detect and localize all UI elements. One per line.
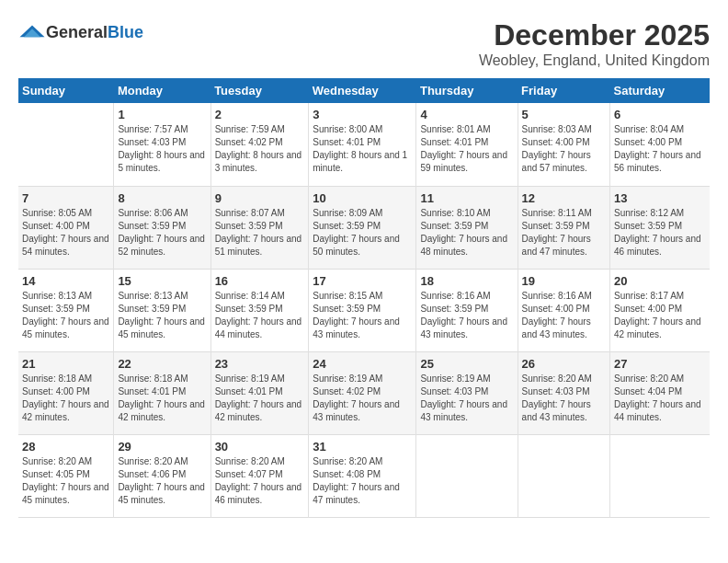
day-number: 29: [118, 440, 206, 454]
day-info: Sunrise: 8:16 AMSunset: 3:59 PMDaylight:…: [420, 290, 513, 341]
logo-text-general: General: [46, 23, 108, 42]
calendar-cell: 26Sunrise: 8:20 AMSunset: 4:03 PMDayligh…: [518, 351, 609, 434]
calendar-cell: 15Sunrise: 8:13 AMSunset: 3:59 PMDayligh…: [114, 269, 210, 351]
week-row-4: 21Sunrise: 8:18 AMSunset: 4:00 PMDayligh…: [18, 351, 710, 434]
calendar-cell: 24Sunrise: 8:19 AMSunset: 4:02 PMDayligh…: [309, 351, 416, 434]
column-header-saturday: Saturday: [610, 78, 710, 103]
day-number: 27: [614, 357, 706, 371]
calendar-cell: [416, 434, 518, 517]
calendar-cell: 27Sunrise: 8:20 AMSunset: 4:04 PMDayligh…: [610, 351, 710, 434]
calendar-cell: 21Sunrise: 8:18 AMSunset: 4:00 PMDayligh…: [18, 351, 114, 434]
calendar-cell: 10Sunrise: 8:09 AMSunset: 3:59 PMDayligh…: [309, 186, 416, 269]
calendar-cell: 16Sunrise: 8:14 AMSunset: 3:59 PMDayligh…: [210, 269, 309, 351]
week-row-3: 14Sunrise: 8:13 AMSunset: 3:59 PMDayligh…: [18, 269, 710, 351]
column-header-wednesday: Wednesday: [309, 78, 416, 103]
day-info: Sunrise: 8:18 AMSunset: 4:00 PMDaylight:…: [22, 373, 109, 424]
day-info: Sunrise: 8:05 AMSunset: 4:00 PMDaylight:…: [22, 207, 109, 259]
day-info: Sunrise: 8:09 AMSunset: 3:59 PMDaylight:…: [313, 207, 412, 259]
day-number: 18: [420, 274, 513, 288]
day-info: Sunrise: 8:20 AMSunset: 4:06 PMDaylight:…: [118, 455, 206, 507]
day-info: Sunrise: 8:04 AMSunset: 4:00 PMDaylight:…: [614, 123, 706, 175]
day-number: 26: [522, 357, 606, 371]
week-row-1: 1Sunrise: 7:57 AMSunset: 4:03 PMDaylight…: [18, 103, 710, 186]
day-number: 15: [118, 274, 206, 288]
day-info: Sunrise: 8:20 AMSunset: 4:07 PMDaylight:…: [215, 455, 305, 507]
day-number: 23: [215, 357, 305, 371]
calendar-cell: 7Sunrise: 8:05 AMSunset: 4:00 PMDaylight…: [18, 186, 114, 269]
day-info: Sunrise: 8:20 AMSunset: 4:08 PMDaylight:…: [313, 455, 412, 507]
calendar-cell: 30Sunrise: 8:20 AMSunset: 4:07 PMDayligh…: [210, 434, 309, 517]
calendar-cell: 11Sunrise: 8:10 AMSunset: 3:59 PMDayligh…: [416, 186, 518, 269]
day-info: Sunrise: 8:00 AMSunset: 4:01 PMDaylight:…: [313, 123, 412, 175]
calendar-cell: 25Sunrise: 8:19 AMSunset: 4:03 PMDayligh…: [416, 351, 518, 434]
calendar-cell: [518, 434, 609, 517]
day-info: Sunrise: 8:13 AMSunset: 3:59 PMDaylight:…: [118, 290, 206, 341]
day-number: 2: [215, 108, 305, 121]
day-number: 11: [420, 191, 513, 205]
calendar-cell: 9Sunrise: 8:07 AMSunset: 3:59 PMDaylight…: [210, 186, 309, 269]
day-info: Sunrise: 8:03 AMSunset: 4:00 PMDaylight:…: [522, 123, 606, 175]
day-number: 5: [522, 108, 606, 121]
day-info: Sunrise: 8:12 AMSunset: 3:59 PMDaylight:…: [614, 207, 706, 259]
calendar-cell: 12Sunrise: 8:11 AMSunset: 3:59 PMDayligh…: [518, 186, 609, 269]
calendar-cell: 20Sunrise: 8:17 AMSunset: 4:00 PMDayligh…: [610, 269, 710, 351]
calendar-cell: 8Sunrise: 8:06 AMSunset: 3:59 PMDaylight…: [114, 186, 210, 269]
column-header-sunday: Sunday: [18, 78, 114, 103]
day-number: 10: [313, 191, 412, 205]
day-number: 17: [313, 274, 412, 288]
logo-text-blue: Blue: [108, 23, 143, 42]
day-info: Sunrise: 8:19 AMSunset: 4:02 PMDaylight:…: [313, 373, 412, 424]
calendar-cell: 29Sunrise: 8:20 AMSunset: 4:06 PMDayligh…: [114, 434, 210, 517]
day-number: 12: [522, 191, 606, 205]
calendar-cell: 1Sunrise: 7:57 AMSunset: 4:03 PMDaylight…: [114, 103, 210, 186]
day-info: Sunrise: 8:20 AMSunset: 4:05 PMDaylight:…: [22, 455, 109, 507]
header-row: SundayMondayTuesdayWednesdayThursdayFrid…: [18, 78, 710, 103]
day-number: 3: [313, 108, 412, 121]
logo: GeneralBlue: [18, 18, 143, 46]
day-info: Sunrise: 7:57 AMSunset: 4:03 PMDaylight:…: [118, 123, 206, 175]
calendar-table: SundayMondayTuesdayWednesdayThursdayFrid…: [18, 78, 710, 518]
calendar-cell: 31Sunrise: 8:20 AMSunset: 4:08 PMDayligh…: [309, 434, 416, 517]
column-header-monday: Monday: [114, 78, 210, 103]
day-number: 19: [522, 274, 606, 288]
calendar-cell: 17Sunrise: 8:15 AMSunset: 3:59 PMDayligh…: [309, 269, 416, 351]
day-number: 16: [215, 274, 305, 288]
week-row-5: 28Sunrise: 8:20 AMSunset: 4:05 PMDayligh…: [18, 434, 710, 517]
day-number: 25: [420, 357, 513, 371]
day-number: 20: [614, 274, 706, 288]
calendar-cell: 19Sunrise: 8:16 AMSunset: 4:00 PMDayligh…: [518, 269, 609, 351]
calendar-cell: 28Sunrise: 8:20 AMSunset: 4:05 PMDayligh…: [18, 434, 114, 517]
day-number: 14: [22, 274, 109, 288]
day-info: Sunrise: 8:13 AMSunset: 3:59 PMDaylight:…: [22, 290, 109, 341]
logo-icon: [18, 18, 46, 46]
calendar-cell: 5Sunrise: 8:03 AMSunset: 4:00 PMDaylight…: [518, 103, 609, 186]
title-area: December 2025 Weobley, England, United K…: [479, 18, 710, 69]
day-number: 13: [614, 191, 706, 205]
calendar-cell: 6Sunrise: 8:04 AMSunset: 4:00 PMDaylight…: [610, 103, 710, 186]
day-number: 28: [22, 440, 109, 454]
day-number: 21: [22, 357, 109, 371]
calendar-cell: 14Sunrise: 8:13 AMSunset: 3:59 PMDayligh…: [18, 269, 114, 351]
day-number: 8: [118, 191, 206, 205]
column-header-thursday: Thursday: [416, 78, 518, 103]
day-info: Sunrise: 8:16 AMSunset: 4:00 PMDaylight:…: [522, 290, 606, 341]
day-info: Sunrise: 8:15 AMSunset: 3:59 PMDaylight:…: [313, 290, 412, 341]
month-title: December 2025: [479, 18, 710, 52]
day-info: Sunrise: 8:18 AMSunset: 4:01 PMDaylight:…: [118, 373, 206, 424]
day-number: 9: [215, 191, 305, 205]
calendar-cell: [18, 103, 114, 186]
day-info: Sunrise: 8:10 AMSunset: 3:59 PMDaylight:…: [420, 207, 513, 259]
calendar-cell: 23Sunrise: 8:19 AMSunset: 4:01 PMDayligh…: [210, 351, 309, 434]
day-number: 1: [118, 108, 206, 121]
day-info: Sunrise: 8:17 AMSunset: 4:00 PMDaylight:…: [614, 290, 706, 341]
day-number: 22: [118, 357, 206, 371]
day-info: Sunrise: 8:14 AMSunset: 3:59 PMDaylight:…: [215, 290, 305, 341]
day-info: Sunrise: 8:20 AMSunset: 4:03 PMDaylight:…: [522, 373, 606, 424]
week-row-2: 7Sunrise: 8:05 AMSunset: 4:00 PMDaylight…: [18, 186, 710, 269]
day-info: Sunrise: 8:19 AMSunset: 4:03 PMDaylight:…: [420, 373, 513, 424]
day-info: Sunrise: 8:20 AMSunset: 4:04 PMDaylight:…: [614, 373, 706, 424]
day-info: Sunrise: 8:07 AMSunset: 3:59 PMDaylight:…: [215, 207, 305, 259]
calendar-cell: 4Sunrise: 8:01 AMSunset: 4:01 PMDaylight…: [416, 103, 518, 186]
column-header-tuesday: Tuesday: [210, 78, 309, 103]
day-info: Sunrise: 8:06 AMSunset: 3:59 PMDaylight:…: [118, 207, 206, 259]
